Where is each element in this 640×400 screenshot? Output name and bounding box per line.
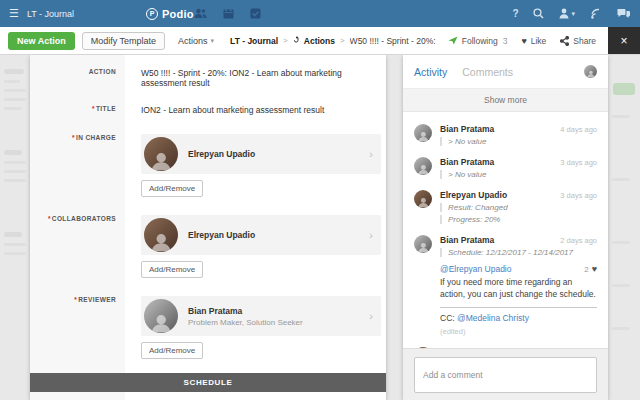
- chevron-right-icon: ›: [369, 229, 373, 241]
- search-icon[interactable]: [533, 5, 544, 23]
- like-label: Like: [531, 36, 547, 46]
- following-label: Following: [462, 36, 498, 46]
- collaborators-add-remove-button[interactable]: Add/Remove: [141, 261, 203, 278]
- background-app-content-left: [0, 55, 30, 400]
- activity-timestamp: 3 days ago: [560, 191, 597, 200]
- mention-link[interactable]: @Medelina Christy: [457, 313, 529, 323]
- tasks-icon[interactable]: [250, 5, 261, 23]
- workspace-switcher[interactable]: ☰ LT - Journal: [9, 0, 74, 27]
- breadcrumb-app[interactable]: Actions: [304, 36, 335, 46]
- activity-timestamp: 3 days ago: [560, 158, 597, 167]
- field-action: ACTION W50 !!!! - Sprint - 20%: ION2 - L…: [30, 55, 386, 88]
- schedule-section-header: SCHEDULE: [30, 373, 386, 392]
- required-marker: *: [48, 215, 51, 222]
- top-navigation-bar: ☰ LT - Journal P Podio ? ▾: [0, 0, 640, 27]
- activity-item: Bian Pratama 4 days ago > No value: [414, 124, 597, 146]
- item-social-actions: Following 3 ♥ Like Share: [448, 36, 596, 46]
- hamburger-menu-icon[interactable]: ☰: [9, 7, 19, 20]
- heart-icon: ♥: [592, 264, 597, 274]
- activity-user-name[interactable]: Bian Pratama: [440, 235, 494, 245]
- modify-template-button[interactable]: Modify Template: [82, 32, 165, 50]
- activity-user-name[interactable]: Elrepyan Upadio: [440, 190, 507, 200]
- collaborators-contact-card[interactable]: Elrepyan Upadio ›: [141, 215, 381, 255]
- caret-down-icon: ▾: [571, 10, 575, 18]
- chevron-right-icon: ›: [369, 310, 373, 322]
- field-in-charge: *IN CHARGE Elrepyan Upadio › Add/Remove: [30, 115, 386, 197]
- edited-flag: (edited): [440, 327, 597, 336]
- activity-change: Schedule: 12/12/2017 - 12/14/2017: [440, 248, 597, 257]
- required-marker: *: [92, 105, 95, 112]
- background-app-content-right: [608, 55, 640, 400]
- calendar-icon[interactable]: [223, 5, 234, 23]
- reviewer-add-remove-button[interactable]: Add/Remove: [141, 342, 203, 359]
- avatar[interactable]: [584, 65, 597, 78]
- actions-dropdown-label: Actions: [178, 36, 208, 46]
- field-action-label: ACTION: [89, 68, 116, 75]
- activity-feed[interactable]: Bian Pratama 4 days ago > No value Bian …: [403, 115, 608, 348]
- field-title-label: TITLE: [96, 105, 116, 112]
- field-in-charge-label-cell: *IN CHARGE: [30, 134, 125, 197]
- share-button[interactable]: Share: [560, 36, 596, 46]
- comment-likes[interactable]: 2 ♥: [584, 264, 597, 274]
- avatar: [414, 190, 432, 208]
- close-item-button[interactable]: ×: [608, 27, 640, 54]
- activity-user-name[interactable]: Bian Pratama: [440, 124, 494, 134]
- tab-activity[interactable]: Activity: [414, 66, 447, 78]
- actions-dropdown[interactable]: Actions ▾: [178, 36, 214, 46]
- avatar: [144, 299, 178, 333]
- field-collaborators-label: COLLABORATORS: [52, 215, 116, 222]
- breadcrumb-separator: >: [283, 36, 288, 45]
- caret-down-icon: ▾: [211, 37, 215, 45]
- field-title: *TITLE ION2 - Learn about marketing asse…: [30, 88, 386, 115]
- field-action-value: W50 !!!! - Sprint - 20%: ION2 - Learn ab…: [141, 68, 372, 88]
- following-count: 3: [503, 36, 508, 46]
- avatar: [414, 157, 432, 175]
- show-more-button[interactable]: Show more: [403, 89, 608, 112]
- activity-item: Elrepyan Upadio 3 days ago Result: Chang…: [414, 190, 597, 224]
- field-reviewer: *REVIEWER Bian Pratama Problem Maker, So…: [30, 278, 386, 359]
- field-deadline: *DEADLINE Wed 13 December 2017: [30, 392, 386, 400]
- following-bird-icon: [448, 36, 458, 45]
- avatar: [144, 137, 178, 171]
- in-charge-contact-card[interactable]: Elrepyan Upadio ›: [141, 134, 381, 174]
- chat-icon[interactable]: [617, 5, 630, 23]
- reviewer-contact-card[interactable]: Bian Pratama Problem Maker, Solution See…: [141, 296, 381, 336]
- hook-app-icon: [293, 36, 301, 45]
- activity-timestamp: 2 days ago: [560, 236, 597, 245]
- workspace-name[interactable]: LT - Journal: [27, 9, 74, 19]
- account-menu[interactable]: ▾: [559, 5, 575, 23]
- share-label: Share: [573, 36, 596, 46]
- podio-logo[interactable]: P Podio: [146, 0, 194, 27]
- field-action-label-cell: ACTION: [30, 68, 125, 88]
- activity-change: Result: Changed: [440, 203, 597, 212]
- activity-item: Bian Pratama 2 days ago Schedule: 12/12/…: [414, 235, 597, 336]
- item-toolbar: New Action Modify Template Actions ▾ LT …: [0, 27, 640, 55]
- like-button[interactable]: ♥ Like: [521, 36, 546, 46]
- new-action-button[interactable]: New Action: [8, 32, 75, 50]
- topbar-app-icons: [194, 0, 261, 27]
- podio-logo-text: Podio: [162, 8, 194, 20]
- close-icon: ×: [620, 34, 627, 48]
- broadcast-icon[interactable]: [590, 5, 602, 23]
- following-button[interactable]: Following 3: [448, 36, 508, 46]
- field-collaborators-label-cell: *COLLABORATORS: [30, 215, 125, 278]
- breadcrumb-workspace[interactable]: LT - Journal: [230, 36, 278, 46]
- avatar: [414, 124, 432, 142]
- add-comment-input[interactable]: [414, 357, 597, 393]
- podio-logo-icon: P: [146, 8, 158, 20]
- activity-timestamp: 4 days ago: [560, 125, 597, 134]
- activity-panel: Activity Comments Show more Bian Pratama…: [403, 55, 608, 400]
- help-icon[interactable]: ?: [512, 8, 518, 19]
- in-charge-add-remove-button[interactable]: Add/Remove: [141, 180, 203, 197]
- avatar: [414, 235, 432, 253]
- chevron-right-icon: ›: [369, 148, 373, 160]
- field-title-label-cell: *TITLE: [30, 105, 125, 115]
- activity-user-name[interactable]: Bian Pratama: [440, 157, 494, 167]
- tab-comments[interactable]: Comments: [462, 66, 513, 78]
- mention-link[interactable]: @Elrepyan Upadio: [440, 264, 511, 274]
- activity-change: > No value: [440, 137, 597, 146]
- field-title-value[interactable]: ION2 - Learn about marketing assessment …: [141, 105, 372, 115]
- contacts-icon[interactable]: [194, 5, 207, 23]
- comment-text: If you need more time regarding an actio…: [440, 277, 597, 301]
- activity-change: Progress: 20%: [440, 215, 597, 224]
